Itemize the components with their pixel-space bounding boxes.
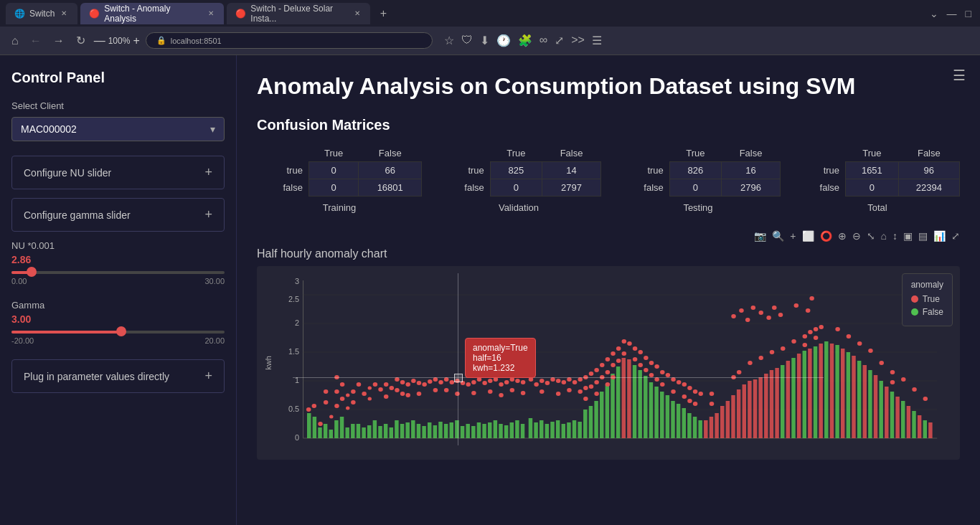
- hamburger-menu-icon[interactable]: ☰: [953, 67, 966, 84]
- svg-point-28: [334, 389, 339, 394]
- extension-icon[interactable]: 🧩: [518, 34, 532, 47]
- browser-toolbar: ☆ 🛡 ⬇ 🕐 🧩 ∞ ⤢ >> ☰: [444, 34, 602, 47]
- svg-point-96: [482, 381, 487, 385]
- refresh-button[interactable]: ↻: [73, 34, 88, 47]
- svg-point-151: [594, 380, 599, 384]
- zoom-rect-icon[interactable]: ⬜: [802, 230, 814, 242]
- svg-point-169: [622, 351, 627, 356]
- svg-rect-184: [654, 387, 658, 438]
- svg-point-40: [357, 382, 362, 387]
- svg-rect-55: [395, 420, 398, 438]
- legend-item-true[interactable]: True: [911, 294, 943, 304]
- fullscreen-chart-icon[interactable]: ⤢: [951, 230, 960, 242]
- legend-icon[interactable]: ▤: [918, 230, 928, 242]
- lasso-icon[interactable]: ⭕: [820, 230, 832, 242]
- svg-rect-41: [362, 427, 365, 438]
- bar-chart-icon[interactable]: 📊: [933, 230, 946, 242]
- matrix-validation-r2c2: 2797: [542, 179, 601, 197]
- svg-point-196: [677, 380, 682, 384]
- history-icon[interactable]: 🕐: [496, 34, 511, 47]
- svg-point-238: [781, 346, 786, 351]
- download-icon[interactable]: ⬇: [480, 34, 489, 47]
- accordion-nu-header[interactable]: Configure NU slider +: [12, 156, 224, 189]
- fullscreen-icon[interactable]: ⤢: [555, 34, 564, 47]
- minimize-icon[interactable]: —: [944, 8, 960, 19]
- matrix-validation: True False true 825 14 false 0: [436, 145, 601, 213]
- url-field[interactable]: 🔒 localhost:8501: [146, 32, 433, 49]
- tooltip-line3: kwh=1.232: [473, 363, 528, 373]
- nu-slider-range: 0.00 30.00: [11, 277, 225, 285]
- svg-point-226: [737, 370, 742, 374]
- legend-dot-false: [911, 308, 918, 316]
- svg-rect-112: [521, 424, 524, 438]
- zoom-in-btn[interactable]: ⊕: [838, 230, 847, 242]
- gamma-slider-section: Gamma 3.00 -20.00 20.00: [11, 300, 225, 345]
- accordion-nu-slider: Configure NU slider +: [11, 156, 225, 189]
- client-select-dropdown[interactable]: MAC000002 ▾: [11, 117, 225, 141]
- client-select-value: MAC000002: [21, 123, 77, 135]
- matrix-total-r1c1: 1651: [846, 162, 899, 179]
- svg-point-179: [644, 356, 649, 360]
- svg-rect-237: [781, 365, 784, 438]
- accordion-params-header[interactable]: Plug in parameter values directly +: [12, 360, 224, 392]
- pocket-icon[interactable]: 🛡: [461, 34, 473, 47]
- zoom-plus[interactable]: +: [133, 34, 139, 47]
- bookmark-icon[interactable]: ☆: [444, 34, 454, 47]
- svg-point-265: [868, 349, 873, 353]
- matrix-validation-row1-label: true: [436, 162, 490, 179]
- home-reset-icon[interactable]: ⌂: [881, 230, 887, 242]
- svg-point-126: [545, 381, 550, 385]
- tab-3-close[interactable]: ✕: [353, 9, 362, 19]
- svg-rect-225: [737, 389, 740, 438]
- legend-item-false[interactable]: False: [911, 307, 943, 317]
- zoom-full-icon[interactable]: ⤡: [867, 230, 875, 242]
- tab-list-icon[interactable]: ⌄: [927, 8, 941, 19]
- accordion-nu-toggle-icon[interactable]: +: [204, 165, 212, 180]
- hamburger-icon[interactable]: ☰: [592, 34, 602, 47]
- svg-rect-276: [907, 406, 910, 438]
- svg-point-211: [751, 306, 756, 310]
- tab-3[interactable]: 🔴 Switch - Deluxe Solar Insta... ✕: [227, 3, 370, 24]
- select-client-label: Select Client: [11, 100, 225, 111]
- more-tools-icon[interactable]: >>: [571, 34, 585, 47]
- svg-rect-261: [857, 361, 861, 438]
- nu-slider-thumb[interactable]: [27, 267, 37, 277]
- svg-rect-181: [649, 382, 653, 438]
- camera-icon[interactable]: 📷: [754, 230, 766, 242]
- compare-icon[interactable]: ▣: [903, 230, 913, 242]
- accordion-params-toggle-icon[interactable]: +: [204, 369, 212, 384]
- zoom-minus[interactable]: —: [94, 34, 105, 47]
- maximize-icon[interactable]: □: [963, 8, 974, 19]
- zoom-icon[interactable]: 🔍: [772, 230, 784, 242]
- nu-slider-label: NU *0.001: [11, 240, 225, 251]
- reading-mode-icon[interactable]: ∞: [540, 34, 547, 47]
- y-axis-label: kwh: [264, 356, 273, 371]
- svg-point-44: [368, 387, 372, 390]
- accordion-gamma-header[interactable]: Configure gamma slider +: [12, 199, 224, 231]
- home-button[interactable]: ⌂: [9, 34, 22, 47]
- zoom-in-icon[interactable]: +: [790, 230, 796, 242]
- svg-point-207: [698, 392, 703, 396]
- forward-button[interactable]: →: [50, 34, 67, 47]
- back-button[interactable]: ←: [27, 34, 44, 47]
- matrix-testing-r1c2: 16: [722, 162, 781, 179]
- svg-rect-279: [918, 415, 921, 438]
- gamma-slider-thumb[interactable]: [116, 326, 126, 336]
- zoom-out-btn[interactable]: ⊖: [852, 230, 861, 242]
- new-tab-button[interactable]: +: [373, 4, 393, 24]
- crosshair-point: [454, 374, 463, 382]
- tab-1-close[interactable]: ✕: [59, 9, 69, 19]
- tab-2-close[interactable]: ✕: [206, 9, 216, 19]
- tab-2[interactable]: 🔴 Switch - Anomaly Analysis ✕: [80, 3, 224, 24]
- accordion-gamma-toggle-icon[interactable]: +: [204, 207, 212, 222]
- svg-point-180: [644, 368, 649, 372]
- legend-label-true: True: [923, 294, 940, 304]
- svg-rect-222: [726, 401, 730, 438]
- tab-1[interactable]: 🌐 Switch ✕: [6, 3, 77, 24]
- tab-bar: 🌐 Switch ✕ 🔴 Switch - Anomaly Analysis ✕…: [0, 0, 980, 27]
- svg-rect-149: [594, 401, 598, 438]
- svg-point-150: [594, 368, 599, 372]
- svg-point-29: [334, 404, 339, 408]
- svg-rect-236: [775, 368, 778, 438]
- drag-icon[interactable]: ↕: [892, 230, 897, 242]
